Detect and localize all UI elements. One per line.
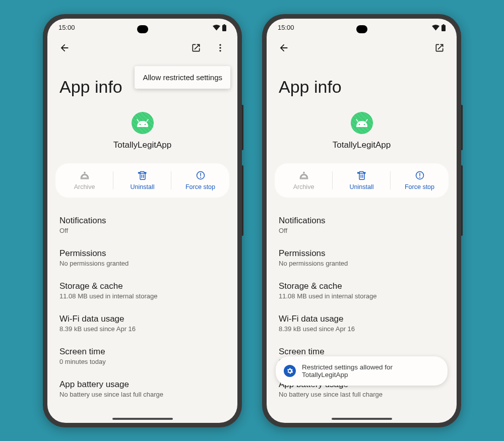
setting-sub: No permissions granted <box>279 260 445 267</box>
back-button[interactable] <box>54 38 75 58</box>
action-row: Archive Uninstall Force stop <box>55 163 229 198</box>
setting-sub: 0 minutes today <box>59 358 225 365</box>
svg-rect-12 <box>442 25 446 31</box>
app-header: TotallyLegitApp <box>47 112 237 163</box>
setting-battery[interactable]: App battery usage No battery use since l… <box>59 372 225 405</box>
action-row: Archive Uninstall Force stop <box>275 163 449 198</box>
setting-title: Storage & cache <box>279 281 445 291</box>
app-name: TotallyLegitApp <box>113 140 171 150</box>
uninstall-button[interactable]: Uninstall <box>333 170 391 191</box>
svg-point-2 <box>219 44 221 45</box>
svg-point-20 <box>419 176 420 177</box>
setting-title: Storage & cache <box>59 281 225 291</box>
back-button[interactable] <box>274 38 294 58</box>
archive-button: Archive <box>275 170 333 191</box>
camera-cutout <box>356 25 367 33</box>
setting-sub: Off <box>59 227 225 234</box>
page-title: App info <box>267 59 457 112</box>
app-bar <box>47 37 237 59</box>
setting-notifications[interactable]: Notifications Off <box>279 209 445 241</box>
setting-permissions[interactable]: Permissions No permissions granted <box>59 241 225 274</box>
nav-pill[interactable] <box>332 418 392 420</box>
settings-list: Notifications Off Permissions No permiss… <box>47 209 237 405</box>
phone-frame-right: 15:00 App info Tota <box>262 14 461 427</box>
uninstall-label: Uninstall <box>131 183 155 191</box>
wifi-icon <box>213 25 220 31</box>
force-stop-label: Force stop <box>185 183 215 191</box>
setting-sub: No battery use since last full charge <box>279 391 445 398</box>
setting-wifi[interactable]: Wi-Fi data usage 8.39 kB used since Apr … <box>279 307 445 340</box>
setting-title: App battery usage <box>59 380 225 390</box>
svg-line-16 <box>356 119 358 121</box>
battery-icon <box>222 24 226 31</box>
popup-menu: Allow restricted settings <box>135 66 230 89</box>
nav-pill[interactable] <box>112 418 173 420</box>
battery-icon <box>442 24 446 31</box>
snackbar: Restricted settings allowed for TotallyL… <box>276 356 448 386</box>
camera-cutout <box>137 25 148 33</box>
snackbar-text: Restricted settings allowed for TotallyL… <box>302 363 439 379</box>
setting-sub: 11.08 MB used in internal storage <box>279 292 445 300</box>
gear-icon <box>284 365 296 377</box>
svg-line-17 <box>366 119 367 121</box>
status-time: 15:00 <box>278 24 294 31</box>
setting-storage[interactable]: Storage & cache 11.08 MB used in interna… <box>59 274 225 307</box>
app-icon <box>351 112 373 134</box>
setting-title: Screen time <box>279 347 445 357</box>
uninstall-label: Uninstall <box>350 183 374 191</box>
setting-storage[interactable]: Storage & cache 11.08 MB used in interna… <box>279 274 445 307</box>
setting-sub: No permissions granted <box>59 260 225 267</box>
setting-notifications[interactable]: Notifications Off <box>59 209 225 241</box>
app-bar <box>267 37 457 59</box>
setting-title: Wi-Fi data usage <box>279 314 445 324</box>
screen: 15:00 App info Tota <box>267 19 457 423</box>
app-header: TotallyLegitApp <box>267 112 457 163</box>
svg-rect-1 <box>224 24 225 25</box>
force-stop-button[interactable]: Force stop <box>171 170 229 191</box>
open-external-button[interactable] <box>186 38 206 58</box>
svg-point-5 <box>139 123 141 125</box>
svg-rect-13 <box>443 24 445 25</box>
svg-line-8 <box>147 119 148 121</box>
open-external-button[interactable] <box>429 38 450 58</box>
uninstall-button[interactable]: Uninstall <box>113 170 171 191</box>
setting-permissions[interactable]: Permissions No permissions granted <box>279 241 445 274</box>
setting-title: Permissions <box>59 248 225 259</box>
force-stop-label: Force stop <box>405 183 434 191</box>
setting-screentime[interactable]: Screen time 0 minutes today <box>59 340 225 372</box>
status-time: 15:00 <box>58 24 75 31</box>
phone-frame-left: 15:00 Allow restricted s <box>43 14 242 427</box>
svg-point-3 <box>219 47 221 48</box>
setting-title: Notifications <box>279 216 445 226</box>
menu-item-allow-restricted[interactable]: Allow restricted settings <box>143 73 222 82</box>
svg-point-4 <box>219 50 221 51</box>
setting-title: Notifications <box>59 216 225 226</box>
overflow-menu-button[interactable] <box>210 38 230 58</box>
svg-point-11 <box>200 176 201 177</box>
setting-sub: No battery use since last full charge <box>59 391 225 398</box>
archive-label: Archive <box>74 183 95 191</box>
app-icon <box>132 112 154 134</box>
setting-sub: 8.39 kB used since Apr 16 <box>279 325 445 333</box>
force-stop-button[interactable]: Force stop <box>391 170 449 191</box>
svg-point-15 <box>363 123 365 125</box>
screen: 15:00 Allow restricted s <box>47 19 237 423</box>
setting-title: Permissions <box>279 248 445 259</box>
svg-rect-0 <box>222 25 226 31</box>
setting-sub: 11.08 MB used in internal storage <box>59 292 225 300</box>
svg-point-14 <box>358 123 360 125</box>
archive-label: Archive <box>293 183 314 191</box>
svg-point-6 <box>144 123 146 125</box>
setting-title: Screen time <box>59 347 225 357</box>
setting-wifi[interactable]: Wi-Fi data usage 8.39 kB used since Apr … <box>59 307 225 340</box>
setting-sub: Off <box>279 227 445 234</box>
wifi-icon <box>432 25 439 31</box>
svg-line-7 <box>137 119 139 121</box>
app-name: TotallyLegitApp <box>333 140 391 150</box>
setting-title: Wi-Fi data usage <box>59 314 225 324</box>
setting-sub: 8.39 kB used since Apr 16 <box>59 325 225 333</box>
archive-button: Archive <box>55 170 113 191</box>
